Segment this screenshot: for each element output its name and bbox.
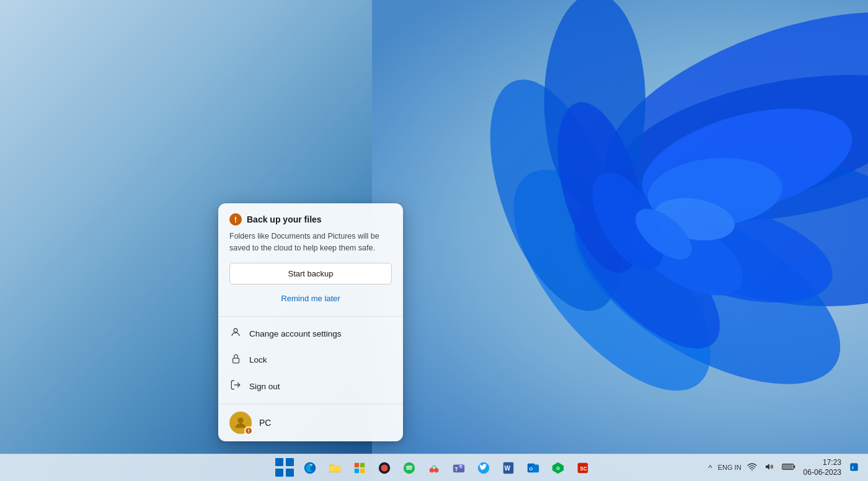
- menu-item-change-account[interactable]: Change account settings: [218, 320, 403, 347]
- volume-icon[interactable]: [763, 461, 776, 475]
- svg-rect-22: [360, 462, 365, 467]
- taskbar-right: ^ ENG IN: [707, 458, 868, 477]
- svg-point-28: [430, 468, 434, 472]
- tray-time[interactable]: 17:23 06-06-2023: [801, 458, 844, 477]
- tray-chevron[interactable]: ^: [707, 462, 714, 474]
- person-icon: [229, 327, 242, 341]
- svg-marker-44: [766, 464, 769, 469]
- twitter-button[interactable]: [472, 457, 495, 479]
- user-section: ! PC: [218, 404, 403, 441]
- sign-out-label: Sign out: [249, 382, 280, 391]
- word-button[interactable]: W: [497, 457, 520, 479]
- signout-icon: [229, 379, 242, 394]
- notification-icon[interactable]: i: [848, 461, 861, 475]
- menu-item-sign-out[interactable]: Sign out: [218, 373, 403, 400]
- lock-icon: [229, 353, 242, 367]
- app11-button[interactable]: SC: [572, 457, 594, 479]
- svg-text:W: W: [505, 464, 511, 471]
- backup-title-text: Back up your files: [247, 214, 322, 224]
- store-button[interactable]: [348, 457, 371, 479]
- svg-text:T: T: [455, 466, 458, 472]
- svg-rect-48: [850, 463, 858, 471]
- user-name: PC: [259, 418, 271, 428]
- svg-point-17: [234, 329, 237, 332]
- svg-point-29: [434, 468, 438, 472]
- lock-label: Lock: [249, 355, 267, 364]
- tray-date-value: 06-06-2023: [804, 468, 841, 478]
- tray-time-value: 17:23: [823, 458, 841, 468]
- taskbar: T T W: [0, 454, 868, 481]
- svg-point-26: [381, 464, 388, 471]
- svg-text:T: T: [459, 464, 462, 469]
- svg-text:i: i: [852, 464, 853, 470]
- start-backup-button[interactable]: Start backup: [229, 263, 392, 285]
- battery-icon[interactable]: [780, 461, 797, 474]
- app4-button[interactable]: [373, 457, 396, 479]
- svg-rect-21: [355, 462, 359, 467]
- svg-text:G: G: [556, 465, 560, 470]
- taskbar-center: T T W: [274, 457, 594, 479]
- wallpaper-bloom: [372, 0, 868, 481]
- backup-section: ! Back up your files Folders like Docume…: [218, 203, 403, 317]
- avatar-warning-badge: !: [244, 426, 253, 435]
- backup-description: Folders like Documents and Pictures will…: [229, 231, 392, 254]
- svg-rect-38: [532, 464, 539, 472]
- cherry-button[interactable]: [423, 457, 445, 479]
- warning-icon: !: [229, 213, 242, 226]
- remind-later-button[interactable]: Remind me later: [229, 289, 392, 307]
- change-account-label: Change account settings: [249, 329, 342, 338]
- svg-rect-23: [355, 468, 359, 472]
- app10-button[interactable]: G: [547, 457, 569, 479]
- start-button[interactable]: [274, 457, 296, 479]
- svg-text:SC: SC: [580, 466, 587, 471]
- svg-point-20: [237, 417, 243, 423]
- teams-button[interactable]: T T: [448, 457, 470, 479]
- file-explorer-button[interactable]: [324, 457, 346, 479]
- svg-rect-18: [232, 358, 239, 363]
- outlook-button[interactable]: O: [522, 457, 544, 479]
- backup-title: ! Back up your files: [229, 213, 392, 226]
- menu-items-section: Change account settings Lock: [218, 317, 403, 404]
- svg-point-43: [751, 469, 753, 470]
- svg-text:O: O: [529, 466, 533, 471]
- wifi-icon[interactable]: [745, 461, 759, 474]
- spotify-button[interactable]: [398, 457, 420, 479]
- menu-item-lock[interactable]: Lock: [218, 347, 403, 373]
- desktop: ! Back up your files Folders like Docume…: [0, 0, 868, 481]
- tray-lang[interactable]: ENG IN: [718, 464, 742, 472]
- svg-rect-46: [794, 466, 795, 468]
- svg-rect-24: [360, 468, 365, 472]
- svg-rect-47: [782, 464, 792, 469]
- edge-button[interactable]: [299, 457, 321, 479]
- user-avatar: !: [229, 412, 252, 434]
- popup-menu: ! Back up your files Folders like Docume…: [218, 203, 403, 441]
